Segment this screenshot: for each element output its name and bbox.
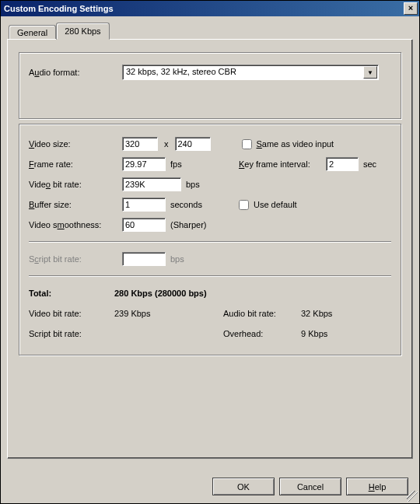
tab-bitrate[interactable]: 280 Kbps — [56, 23, 109, 40]
sharper-label: (Sharper) — [170, 220, 206, 229]
summary-ovh-value: 9 Kbps — [301, 329, 327, 338]
group-video: Video size: x Same as video input Frame … — [19, 124, 401, 355]
button-bar: OK Cancel Help — [212, 478, 408, 495]
sec-label: sec — [363, 159, 376, 169]
use-default-checkbox[interactable] — [239, 200, 249, 210]
summary-vbr-label: Video bit rate: — [29, 309, 114, 318]
titlebar: Custom Encoding Settings × — [1, 1, 419, 16]
window-title: Custom Encoding Settings — [4, 4, 404, 13]
bps-label: bps — [186, 180, 200, 189]
same-as-input-label: Same as video input — [257, 139, 334, 149]
buffer-size-label: Buffer size: — [29, 200, 122, 209]
divider — [29, 241, 391, 243]
tab-general[interactable]: General — [9, 25, 56, 39]
summary-abr-label: Audio bit rate: — [223, 309, 301, 318]
frame-rate-label: Frame rate: — [29, 159, 122, 169]
key-frame-label: Key frame interval: — [239, 159, 326, 169]
ok-button[interactable]: OK — [212, 478, 275, 495]
window: Custom Encoding Settings × General 280 K… — [0, 0, 420, 504]
same-as-input-checkbox[interactable] — [242, 139, 252, 149]
video-bitrate-label: Video bit rate: — [29, 180, 122, 189]
tabstrip: General 280 Kbps — [9, 23, 413, 39]
divider — [29, 275, 391, 277]
tab-panel: Audio format: 32 kbps, 32 kHz, stereo CB… — [7, 39, 413, 459]
script-bitrate-label: Script bit rate: — [29, 254, 122, 264]
group-audio: Audio format: 32 kbps, 32 kHz, stereo CB… — [19, 52, 401, 119]
close-button[interactable]: × — [404, 2, 418, 15]
dialog-body: General 280 Kbps Audio format: 32 kbps, … — [1, 16, 419, 503]
video-smoothness-label: Video smoothness: — [29, 220, 122, 229]
close-icon: × — [408, 3, 413, 12]
audio-format-label: Audio format: — [29, 68, 122, 77]
buffer-size-input[interactable] — [122, 198, 166, 212]
summary-sbr-label: Script bit rate: — [29, 329, 114, 338]
fps-label: fps — [170, 159, 198, 169]
frame-rate-input[interactable] — [122, 157, 166, 171]
summary-ovh-label: Overhead: — [223, 329, 301, 338]
summary-abr-value: 32 Kbps — [301, 309, 332, 318]
total-label: Total: — [29, 289, 114, 298]
script-bitrate-input — [122, 252, 166, 266]
audio-format-value: 32 kbps, 32 kHz, stereo CBR — [123, 65, 362, 79]
x-label: x — [164, 139, 169, 149]
cancel-button[interactable]: Cancel — [279, 478, 341, 495]
seconds-label: seconds — [170, 200, 217, 209]
script-bps-label: bps — [170, 254, 184, 264]
video-bitrate-input[interactable] — [122, 177, 181, 191]
video-height-input[interactable] — [175, 137, 211, 151]
help-button[interactable]: Help — [346, 478, 408, 495]
summary-vbr-value: 239 Kbps — [114, 309, 223, 318]
audio-format-combo[interactable]: 32 kbps, 32 kHz, stereo CBR ▼ — [122, 65, 379, 80]
video-size-label: Video size: — [29, 139, 122, 149]
total-value: 280 Kbps (280000 bps) — [114, 289, 207, 298]
video-width-input[interactable] — [122, 137, 158, 151]
key-frame-input[interactable] — [326, 157, 359, 171]
use-default-label: Use default — [254, 200, 297, 209]
dropdown-icon[interactable]: ▼ — [363, 66, 377, 79]
video-smoothness-input[interactable] — [122, 218, 166, 232]
resize-grip-icon[interactable] — [407, 491, 418, 502]
